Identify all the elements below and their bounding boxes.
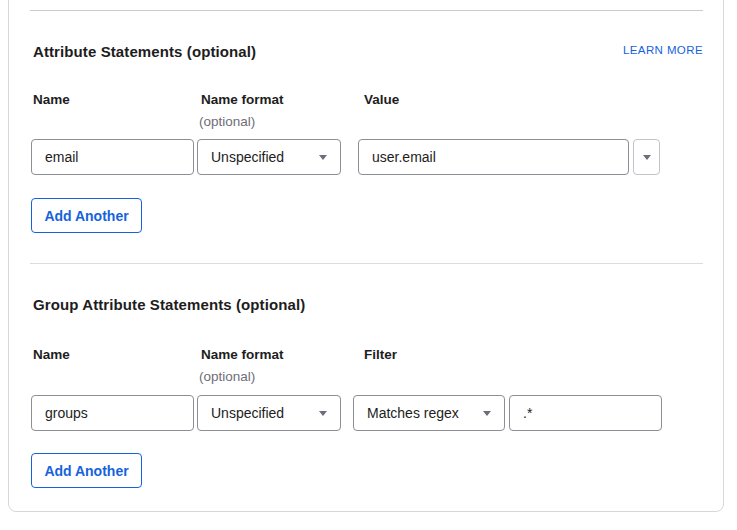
chevron-down-icon [643,155,651,160]
chevron-down-icon [483,411,491,416]
group-filter-type-select[interactable]: Matches regex [353,395,505,431]
group-col-filter-label: Filter [364,347,397,362]
attr-name-input[interactable] [31,139,194,175]
group-name-input[interactable] [31,395,194,431]
group-add-another-button[interactable]: Add Another [31,453,142,488]
attr-name-format-value: Unspecified [211,149,284,165]
attr-value-input[interactable] [358,139,629,175]
attr-add-another-button[interactable]: Add Another [31,198,142,233]
attr-col-optional-note: (optional) [199,114,255,129]
settings-card [8,0,724,512]
section-divider [30,263,703,264]
group-filter-type-value: Matches regex [367,405,459,421]
group-attribute-statements-title: Group Attribute Statements (optional) [33,296,305,313]
group-name-format-value: Unspecified [211,405,284,421]
attr-col-name-format-label: Name format [201,92,284,107]
group-col-name-format-label: Name format [201,347,284,362]
saml-settings-page: Attribute Statements (optional) LEARN MO… [0,0,737,530]
attr-name-format-select[interactable]: Unspecified [197,139,341,175]
group-col-name-label: Name [33,347,70,362]
attr-col-name-label: Name [33,92,70,107]
top-divider [30,10,703,11]
chevron-down-icon [319,411,327,416]
chevron-down-icon [319,155,327,160]
attr-value-dropdown-button[interactable] [633,139,660,175]
group-col-optional-note: (optional) [199,369,255,384]
attribute-statements-title: Attribute Statements (optional) [33,43,256,60]
group-name-format-select[interactable]: Unspecified [197,395,341,431]
group-filter-value-input[interactable] [509,395,662,431]
attr-col-value-label: Value [364,92,399,107]
learn-more-link[interactable]: LEARN MORE [623,44,703,56]
